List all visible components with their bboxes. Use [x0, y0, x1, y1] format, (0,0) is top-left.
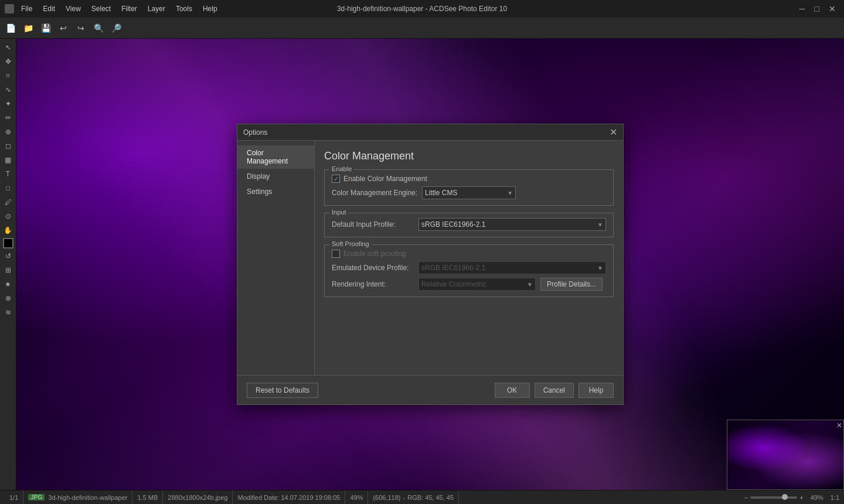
zoom-display: 49% — [811, 494, 823, 501]
input-group: Input Default Input Profile: sRGB IEC619… — [324, 213, 614, 237]
status-modified: Modified Date: 14.07.2019 19:08:05 — [233, 491, 345, 504]
menu-tools[interactable]: Tools — [171, 4, 197, 14]
tool-liquify[interactable]: ≋ — [2, 306, 15, 319]
engine-select[interactable]: Little CMS ▼ — [422, 186, 516, 199]
dialog-titlebar: Options ✕ — [237, 124, 623, 141]
dialog-body: Color Management Display Settings Color … — [237, 141, 623, 375]
menu-view[interactable]: View — [61, 4, 86, 14]
main-area: ↖ ✥ ⌗ ∿ ✦ ✏ ⊕ ◻ ▦ T □ 🖊 ⊙ ✋ ↺ ⊞ ★ ⊗ ≋ Op… — [0, 39, 844, 490]
tool-eraser[interactable]: ◻ — [2, 139, 15, 152]
engine-value: Little CMS — [425, 189, 457, 197]
soft-proofing-group: Soft Proofing Enable soft proofing Emula… — [324, 244, 614, 297]
tool-select[interactable]: ↖ — [2, 41, 15, 54]
status-rgb: RGB: 45, 45, 45 — [407, 494, 454, 501]
status-coords: (606,118) — [373, 494, 400, 501]
toolbar-zoom-out[interactable]: 🔎 — [108, 21, 124, 36]
status-format-filename: JPG 3d-high-definition-wallpaper — [23, 491, 132, 504]
tool-hand[interactable]: ✋ — [2, 224, 15, 237]
tool-brush[interactable]: ✏ — [2, 111, 15, 124]
title-bar: File Edit View Select Filter Layer Tools… — [0, 0, 844, 18]
rendering-intent-label: Rendering Intent: — [332, 280, 414, 288]
zoom-slider-thumb — [782, 494, 788, 500]
status-bar: 1/1 JPG 3d-high-definition-wallpaper 1,5… — [0, 490, 844, 504]
toolbar-open[interactable]: 📁 — [20, 21, 36, 36]
tool-magic-wand[interactable]: ✦ — [2, 97, 15, 110]
ok-button[interactable]: OK — [495, 383, 530, 398]
tool-shape[interactable]: □ — [2, 182, 15, 195]
enable-color-mgmt-checkbox[interactable] — [332, 175, 340, 183]
tool-crop[interactable]: ⌗ — [2, 69, 15, 82]
input-profile-row: Default Input Profile: sRGB IEC61966-2.1… — [332, 218, 606, 231]
enable-group: Enable Enable Color Management Color Man… — [324, 169, 614, 206]
device-profile-value: sRGB IEC61966-2.1 — [421, 264, 485, 272]
rendering-intent-select: Relative Colorimetric ▼ — [418, 278, 536, 291]
toolbar-zoom-in[interactable]: 🔍 — [90, 21, 107, 36]
toolbar-redo[interactable]: ↪ — [73, 21, 89, 36]
options-dialog: Options ✕ Color Management Display Setti… — [237, 124, 624, 405]
reset-defaults-button[interactable]: Reset to Defaults — [247, 383, 318, 398]
dialog-close-button[interactable]: ✕ — [610, 128, 617, 137]
tool-rotate[interactable]: ↺ — [2, 250, 15, 263]
tool-zoom[interactable]: ⊙ — [2, 210, 15, 223]
title-bar-left: File Edit View Select Filter Layer Tools… — [5, 4, 222, 14]
status-filesize: 1,5 MB — [132, 491, 163, 504]
enable-checkbox-row: Enable Color Management — [332, 175, 606, 183]
content-title: Color Management — [324, 150, 614, 162]
zoom-minus-icon[interactable]: − — [744, 494, 748, 501]
soft-proofing-label: Enable soft proofing — [343, 250, 406, 258]
status-format-badge: JPG — [28, 494, 45, 500]
menu-select[interactable]: Select — [87, 4, 115, 14]
toolbar: 📄 📁 💾 ↩ ↪ 🔍 🔎 — [0, 18, 844, 39]
profile-details-button[interactable]: Profile Details... — [540, 278, 603, 291]
enable-color-mgmt-label: Enable Color Management — [343, 175, 427, 183]
dialog-footer: Reset to Defaults OK Cancel Help — [237, 375, 623, 404]
dialog-content: Color Management Enable Enable Color Man… — [315, 141, 623, 375]
menu-file[interactable]: File — [16, 4, 37, 14]
tool-text[interactable]: T — [2, 168, 15, 181]
menu-edit[interactable]: Edit — [38, 4, 60, 14]
enable-legend: Enable — [329, 165, 354, 172]
input-profile-select[interactable]: sRGB IEC61966-2.1 ▼ — [418, 218, 606, 231]
tool-move[interactable]: ✥ — [2, 55, 15, 68]
device-profile-label: Emulated Device Profile: — [332, 264, 414, 272]
soft-proofing-checkbox-row: Enable soft proofing — [332, 250, 606, 258]
device-profile-select: sRGB IEC61966-2.1 ▼ — [418, 261, 606, 274]
toolbar-new[interactable]: 📄 — [2, 21, 19, 36]
footer-left: Reset to Defaults — [247, 383, 318, 398]
cancel-button[interactable]: Cancel — [535, 383, 574, 398]
tool-lasso[interactable]: ∿ — [2, 83, 15, 96]
tool-clone[interactable]: ⊕ — [2, 125, 15, 138]
menu-help[interactable]: Help — [198, 4, 222, 14]
rendering-intent-chevron-icon: ▼ — [527, 281, 533, 288]
tool-effects[interactable]: ★ — [2, 278, 15, 291]
toolbar-undo[interactable]: ↩ — [55, 21, 72, 36]
close-button[interactable]: ✕ — [825, 4, 839, 13]
input-profile-label: Default Input Profile: — [332, 220, 414, 229]
soft-proofing-checkbox[interactable] — [332, 250, 340, 258]
tools-panel: ↖ ✥ ⌗ ∿ ✦ ✏ ⊕ ◻ ▦ T □ 🖊 ⊙ ✋ ↺ ⊞ ★ ⊗ ≋ — [0, 39, 16, 490]
nav-settings[interactable]: Settings — [237, 184, 314, 199]
zoom-ratio: 1:1 — [831, 494, 839, 501]
tool-healing[interactable]: ⊗ — [2, 292, 15, 305]
maximize-button[interactable]: □ — [811, 4, 823, 13]
window-controls: ─ □ ✕ — [796, 4, 839, 13]
status-dimensions: 2880x1800x24b.jpeg — [163, 491, 233, 504]
zoom-slider[interactable] — [750, 496, 797, 499]
tool-transform[interactable]: ⊞ — [2, 264, 15, 277]
device-profile-row: Emulated Device Profile: sRGB IEC61966-2… — [332, 261, 606, 274]
soft-proofing-legend: Soft Proofing — [329, 240, 372, 247]
help-button[interactable]: Help — [578, 383, 614, 398]
zoom-plus-icon[interactable]: + — [799, 494, 803, 501]
tool-gradient[interactable]: ▦ — [2, 154, 15, 166]
engine-row: Color Management Engine: Little CMS ▼ — [332, 186, 606, 199]
menu-filter[interactable]: Filter — [117, 4, 142, 14]
tool-foreground-color[interactable] — [3, 238, 13, 248]
toolbar-save[interactable]: 💾 — [38, 21, 54, 36]
nav-display[interactable]: Display — [237, 169, 314, 184]
minimize-button[interactable]: ─ — [796, 4, 809, 13]
menu-layer[interactable]: Layer — [143, 4, 170, 14]
device-profile-chevron-icon: ▼ — [597, 265, 603, 271]
tool-eyedropper[interactable]: 🖊 — [2, 196, 15, 209]
nav-color-management[interactable]: Color Management — [237, 145, 314, 169]
status-coords-rgb: (606,118) - RGB: 45, 45, 45 — [368, 491, 459, 504]
